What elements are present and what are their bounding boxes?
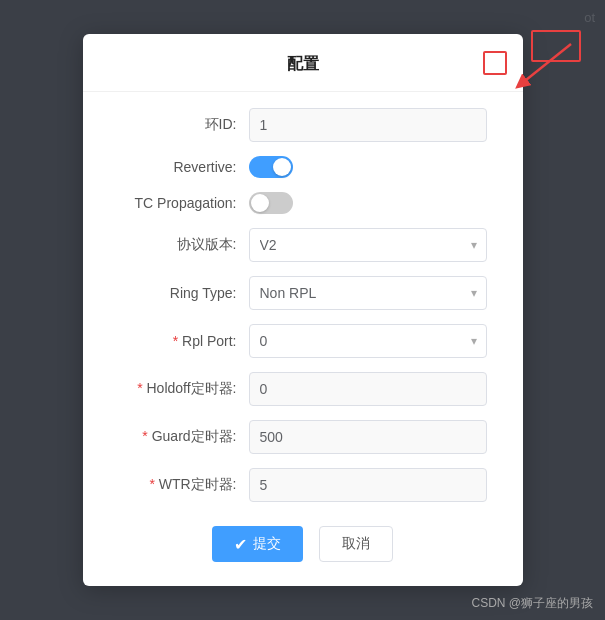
dialog-footer: ✔ 提交 取消 bbox=[83, 526, 523, 562]
ring-id-row: 环ID: bbox=[119, 108, 487, 142]
config-dialog: 配置 环ID: Revertive: bbox=[83, 34, 523, 586]
watermark: CSDN @狮子座的男孩 bbox=[471, 595, 593, 612]
holdoff-row: Holdoff定时器: bbox=[119, 372, 487, 406]
ring-id-input[interactable] bbox=[249, 108, 487, 142]
guard-label: Guard定时器: bbox=[119, 428, 249, 446]
protocol-version-row: 协议版本: V2 V1 V3 ▾ bbox=[119, 228, 487, 262]
ring-type-row: Ring Type: Non RPL RPL Sub-Ring ▾ bbox=[119, 276, 487, 310]
wtr-row: WTR定时器: bbox=[119, 468, 487, 502]
rpl-port-row: Rpl Port: 0 1 2 ▾ bbox=[119, 324, 487, 358]
tc-propagation-label: TC Propagation: bbox=[119, 195, 249, 211]
wtr-input[interactable] bbox=[249, 468, 487, 502]
rpl-port-label: Rpl Port: bbox=[119, 333, 249, 349]
ring-type-select-wrap: Non RPL RPL Sub-Ring ▾ bbox=[249, 276, 487, 310]
ring-type-select[interactable]: Non RPL RPL Sub-Ring bbox=[249, 276, 487, 310]
submit-label: 提交 bbox=[253, 535, 281, 553]
holdoff-input[interactable] bbox=[249, 372, 487, 406]
form-body: 环ID: Revertive: TC Propagation: bbox=[83, 92, 523, 502]
protocol-version-label: 协议版本: bbox=[119, 236, 249, 254]
dialog-title: 配置 bbox=[287, 55, 319, 72]
svg-line-1 bbox=[521, 44, 571, 84]
cancel-label: 取消 bbox=[342, 535, 370, 551]
highlight-box bbox=[531, 30, 581, 62]
revertive-label: Revertive: bbox=[119, 159, 249, 175]
modal-overlay: 配置 环ID: Revertive: bbox=[0, 0, 605, 620]
check-icon: ✔ bbox=[234, 535, 247, 554]
guard-row: Guard定时器: bbox=[119, 420, 487, 454]
ring-type-label: Ring Type: bbox=[119, 285, 249, 301]
guard-input[interactable] bbox=[249, 420, 487, 454]
dialog-header: 配置 bbox=[83, 34, 523, 92]
tc-propagation-row: TC Propagation: bbox=[119, 192, 487, 214]
ring-id-label: 环ID: bbox=[119, 116, 249, 134]
protocol-version-select[interactable]: V2 V1 V3 bbox=[249, 228, 487, 262]
cancel-button[interactable]: 取消 bbox=[319, 526, 393, 562]
rpl-port-select-wrap: 0 1 2 ▾ bbox=[249, 324, 487, 358]
close-button[interactable] bbox=[483, 51, 507, 75]
revertive-row: Revertive: bbox=[119, 156, 487, 178]
protocol-version-select-wrap: V2 V1 V3 ▾ bbox=[249, 228, 487, 262]
wtr-label: WTR定时器: bbox=[119, 476, 249, 494]
holdoff-label: Holdoff定时器: bbox=[119, 380, 249, 398]
revertive-toggle[interactable] bbox=[249, 156, 293, 178]
tc-propagation-toggle[interactable] bbox=[249, 192, 293, 214]
rpl-port-select[interactable]: 0 1 2 bbox=[249, 324, 487, 358]
submit-button[interactable]: ✔ 提交 bbox=[212, 526, 303, 562]
